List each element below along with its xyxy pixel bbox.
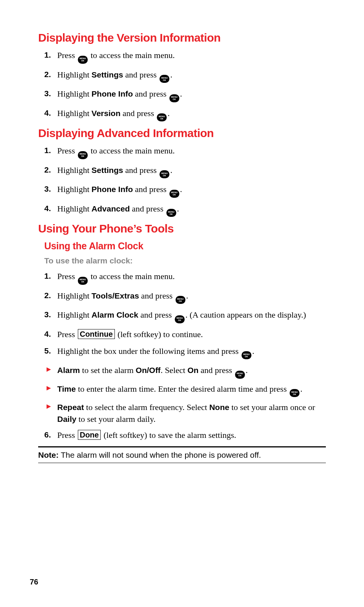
- step-number: 3.: [44, 88, 51, 99]
- bullet-item: Repeat to select the alarm frequency. Se…: [44, 402, 326, 425]
- step-number: 2.: [44, 69, 51, 80]
- bold-term: Settings: [92, 70, 123, 79]
- softkey-label: Done: [78, 430, 101, 440]
- step-number: 5.: [44, 345, 51, 357]
- step-number: 2.: [44, 290, 51, 301]
- bold-term: None: [209, 403, 229, 412]
- bold-term: Settings: [92, 166, 123, 174]
- step-number: 2.: [44, 165, 51, 176]
- step-item: 3.Highlight Alarm Clock and press . (A c…: [44, 309, 326, 323]
- bold-term: Phone Info: [92, 89, 133, 98]
- bold-term: Daily: [57, 415, 76, 423]
- note-block: Note: The alarm will not sound when the …: [38, 446, 326, 463]
- subsection-heading: Using the Alarm Clock: [44, 241, 326, 252]
- step-item: 4.Highlight Advanced and press .: [44, 203, 326, 217]
- step-number: 6.: [44, 429, 51, 441]
- section-heading: Using Your Phone’s Tools: [38, 222, 326, 235]
- step-item: 1.Press to access the main menu.: [44, 50, 326, 64]
- bold-term: Time: [57, 384, 76, 393]
- step-list: 1.Press to access the main menu.2.Highli…: [44, 50, 326, 121]
- step-item: 1.Press to access the main menu.: [44, 145, 326, 159]
- bold-term: On: [187, 366, 198, 375]
- step-item: 2.Highlight Settings and press .: [44, 165, 326, 179]
- step-number: 3.: [44, 309, 51, 320]
- note-label: Note:: [38, 450, 59, 459]
- menu-ok-icon: [159, 75, 169, 83]
- step-item: 4.Highlight Version and press .: [44, 108, 326, 122]
- menu-ok-icon: [78, 151, 88, 159]
- bullet-item: Time to enter the alarm time. Enter the …: [44, 383, 326, 397]
- bold-term: Advanced: [92, 204, 130, 213]
- step-number: 1.: [44, 145, 51, 156]
- menu-ok-icon: [169, 94, 179, 102]
- step-item: 3.Highlight Phone Info and press .: [44, 184, 326, 198]
- step-item: 3.Highlight Phone Info and press .: [44, 88, 326, 102]
- step-item: 6.Press Done (left softkey) to save the …: [44, 429, 326, 441]
- step-item: 2.Highlight Tools/Extras and press .: [44, 290, 326, 304]
- step-item: 5.Highlight the box under the following …: [44, 345, 326, 360]
- step-number: 4.: [44, 329, 51, 340]
- note-text: The alarm will not sound when the phone …: [59, 450, 261, 459]
- softkey-label: Continue: [78, 329, 115, 339]
- step-list: 1.Press to access the main menu.2.Highli…: [44, 145, 326, 217]
- menu-ok-icon: [159, 170, 169, 178]
- lead-text: To use the alarm clock:: [44, 256, 326, 265]
- bold-term: Phone Info: [92, 185, 133, 194]
- section-heading: Displaying Advanced Information: [38, 127, 326, 140]
- bold-term: Alarm: [57, 366, 80, 375]
- step-number: 4.: [44, 203, 51, 214]
- menu-ok-icon: [235, 371, 245, 379]
- section-heading: Displaying the Version Information: [38, 31, 326, 44]
- bullet-list: Alarm to set the alarm On/Off. Select On…: [44, 365, 326, 425]
- menu-ok-icon: [176, 296, 185, 304]
- bold-term: Repeat: [57, 403, 84, 412]
- menu-ok-icon: [242, 351, 251, 359]
- step-list: 1.Press to access the main menu.2.Highli…: [44, 271, 326, 359]
- menu-ok-icon: [78, 277, 88, 285]
- manual-page: Displaying the Version Information 1.Pre…: [0, 0, 364, 607]
- step-number: 4.: [44, 108, 51, 119]
- step-number: 1.: [44, 271, 51, 282]
- menu-ok-icon: [290, 389, 300, 397]
- bold-term: On/Off: [136, 366, 161, 375]
- bullet-item: Alarm to set the alarm On/Off. Select On…: [44, 365, 326, 379]
- menu-ok-icon: [78, 56, 88, 64]
- menu-ok-icon: [166, 209, 176, 217]
- bold-term: Tools/Extras: [92, 291, 139, 300]
- menu-ok-icon: [175, 315, 185, 323]
- menu-ok-icon: [169, 190, 179, 198]
- page-number: 76: [30, 578, 38, 586]
- step-item: 1.Press to access the main menu.: [44, 271, 326, 285]
- step-number: 3.: [44, 184, 51, 195]
- bold-term: Version: [92, 109, 121, 118]
- menu-ok-icon: [157, 113, 167, 121]
- step-item: 4.Press Continue (left softkey) to conti…: [44, 329, 326, 340]
- step-number: 1.: [44, 50, 51, 61]
- step-list: 6.Press Done (left softkey) to save the …: [44, 429, 326, 441]
- bold-term: Alarm Clock: [92, 310, 139, 319]
- step-item: 2.Highlight Settings and press .: [44, 69, 326, 83]
